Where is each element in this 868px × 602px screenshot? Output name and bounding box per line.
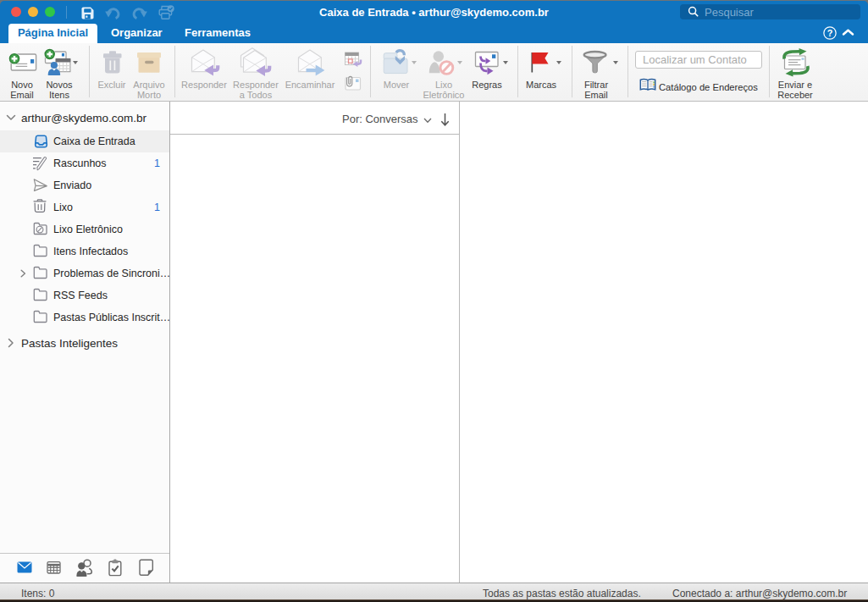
svg-text:?: ? <box>827 28 833 38</box>
